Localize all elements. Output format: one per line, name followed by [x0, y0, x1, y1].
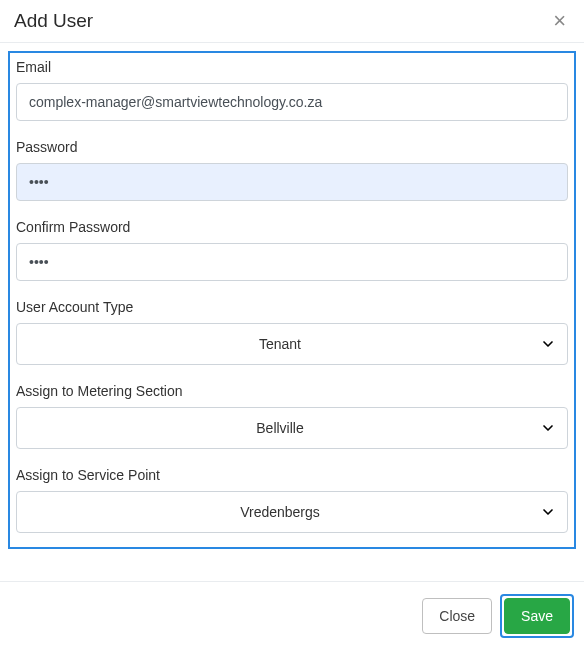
password-label: Password	[16, 139, 568, 155]
modal-footer: Close Save	[0, 581, 584, 648]
account-type-select-wrap: Tenant	[16, 323, 568, 365]
service-point-select-wrap: Vredenbergs	[16, 491, 568, 533]
form-highlight-box: Email Password Confirm Password User Acc…	[8, 51, 576, 549]
save-button[interactable]: Save	[504, 598, 570, 634]
confirm-password-label: Confirm Password	[16, 219, 568, 235]
email-label: Email	[16, 59, 568, 75]
service-point-label: Assign to Service Point	[16, 467, 568, 483]
close-icon[interactable]: ×	[549, 10, 570, 32]
email-field[interactable]	[16, 83, 568, 121]
close-button[interactable]: Close	[422, 598, 492, 634]
account-type-select[interactable]: Tenant	[16, 323, 568, 365]
service-point-select[interactable]: Vredenbergs	[16, 491, 568, 533]
save-highlight-box: Save	[500, 594, 574, 638]
metering-section-select-wrap: Bellville	[16, 407, 568, 449]
modal-body: Email Password Confirm Password User Acc…	[0, 43, 584, 581]
account-type-label: User Account Type	[16, 299, 568, 315]
add-user-modal: Add User × Email Password Confirm Passwo…	[0, 0, 584, 648]
confirm-password-field[interactable]	[16, 243, 568, 281]
metering-section-label: Assign to Metering Section	[16, 383, 568, 399]
password-field[interactable]	[16, 163, 568, 201]
modal-title: Add User	[14, 10, 93, 32]
metering-section-select[interactable]: Bellville	[16, 407, 568, 449]
modal-header: Add User ×	[0, 0, 584, 43]
